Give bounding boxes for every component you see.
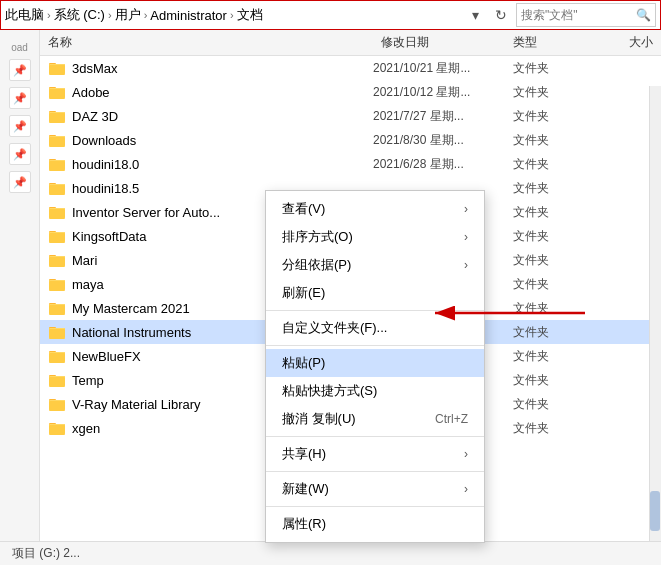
status-bar: 项目 (G:) 2... [0, 541, 661, 565]
sidebar-pin-5[interactable]: 📌 [9, 171, 31, 193]
menu-item[interactable]: 查看(V)› [266, 195, 484, 223]
folder-icon [48, 396, 66, 412]
folder-icon [48, 108, 66, 124]
search-icon: 🔍 [636, 8, 651, 22]
col-size-header[interactable]: 大小 [593, 34, 653, 51]
table-row[interactable]: houdini18.02021/6/28 星期...文件夹 [40, 152, 661, 176]
file-area: 名称 修改日期 类型 大小 3dsMax2021/10/21 星期...文件夹 … [40, 30, 661, 565]
svg-rect-47 [49, 329, 65, 338]
submenu-arrow-icon: › [464, 230, 468, 244]
col-date-header[interactable]: 修改日期 [373, 34, 513, 51]
menu-item[interactable]: 撤消 复制(U)Ctrl+Z [266, 405, 484, 433]
folder-icon [48, 324, 66, 340]
menu-item-label: 查看(V) [282, 200, 464, 218]
file-type: 文件夹 [513, 156, 593, 173]
breadcrumb: 此电脑 › 系统 (C:) › 用户 › Administrator › 文档 [5, 6, 460, 24]
search-input[interactable] [521, 8, 632, 22]
menu-item[interactable]: 分组依据(P)› [266, 251, 484, 279]
breadcrumb-item-2[interactable]: 用户 [115, 6, 141, 24]
breadcrumb-sep-2: › [144, 9, 148, 21]
breadcrumb-item-1[interactable]: 系统 (C:) [54, 6, 105, 24]
menu-item[interactable]: 属性(R) [266, 510, 484, 538]
menu-item-label: 分组依据(P) [282, 256, 464, 274]
breadcrumb-item-0[interactable]: 此电脑 [5, 6, 44, 24]
col-name-header[interactable]: 名称 [48, 34, 373, 51]
menu-item-label: 排序方式(O) [282, 228, 464, 246]
file-type: 文件夹 [513, 348, 593, 365]
file-type: 文件夹 [513, 324, 593, 341]
search-box[interactable]: 🔍 [516, 3, 656, 27]
menu-item[interactable]: 新建(W)› [266, 475, 484, 503]
file-type: 文件夹 [513, 108, 593, 125]
menu-item[interactable]: 刷新(E) [266, 279, 484, 307]
svg-rect-31 [49, 233, 65, 242]
menu-item-label: 新建(W) [282, 480, 464, 498]
folder-icon [48, 228, 66, 244]
menu-divider [266, 345, 484, 346]
svg-rect-39 [49, 281, 65, 290]
menu-item-label: 属性(R) [282, 515, 468, 533]
menu-item[interactable]: 排序方式(O)› [266, 223, 484, 251]
file-type: 文件夹 [513, 276, 593, 293]
menu-item[interactable]: 共享(H)› [266, 440, 484, 468]
breadcrumb-item-3[interactable]: Administrator [150, 8, 227, 23]
folder-icon [48, 156, 66, 172]
svg-rect-27 [49, 209, 65, 218]
file-date: 2021/7/27 星期... [373, 108, 513, 125]
menu-item-label: 刷新(E) [282, 284, 468, 302]
file-type: 文件夹 [513, 132, 593, 149]
sidebar-pin-1[interactable]: 📌 [9, 59, 31, 81]
refresh-button[interactable]: ↻ [490, 4, 512, 26]
menu-item[interactable]: 粘贴快捷方式(S) [266, 377, 484, 405]
menu-item[interactable]: 自定义文件夹(F)... [266, 314, 484, 342]
file-type: 文件夹 [513, 252, 593, 269]
menu-divider [266, 436, 484, 437]
file-type: 文件夹 [513, 204, 593, 221]
scrollbar-thumb[interactable] [650, 491, 660, 531]
file-type: 文件夹 [513, 372, 593, 389]
file-name: 3dsMax [72, 61, 373, 76]
file-name: Adobe [72, 85, 373, 100]
table-row[interactable]: Adobe2021/10/12 星期...文件夹 [40, 80, 661, 104]
folder-icon [48, 300, 66, 316]
menu-item[interactable]: 粘贴(P) [266, 349, 484, 377]
file-type: 文件夹 [513, 420, 593, 437]
submenu-arrow-icon: › [464, 482, 468, 496]
scrollbar-track[interactable] [649, 86, 661, 541]
svg-rect-63 [49, 425, 65, 434]
sidebar: oad 📌 📌 📌 📌 📌 [0, 30, 40, 565]
dropdown-button[interactable]: ▾ [464, 4, 486, 26]
file-name: houdini18.0 [72, 157, 373, 172]
folder-icon [48, 204, 66, 220]
svg-rect-35 [49, 257, 65, 266]
sidebar-pin-3[interactable]: 📌 [9, 115, 31, 137]
col-type-header[interactable]: 类型 [513, 34, 593, 51]
svg-rect-55 [49, 377, 65, 386]
file-type: 文件夹 [513, 228, 593, 245]
file-name: Downloads [72, 133, 373, 148]
folder-icon [48, 60, 66, 76]
menu-item-label: 共享(H) [282, 445, 464, 463]
column-headers: 名称 修改日期 类型 大小 [40, 30, 661, 56]
table-row[interactable]: 3dsMax2021/10/21 星期...文件夹 [40, 56, 661, 80]
table-row[interactable]: DAZ 3D2021/7/27 星期...文件夹 [40, 104, 661, 128]
file-date: 2021/8/30 星期... [373, 132, 513, 149]
file-name: DAZ 3D [72, 109, 373, 124]
file-type: 文件夹 [513, 396, 593, 413]
file-type: 文件夹 [513, 60, 593, 77]
submenu-arrow-icon: › [464, 447, 468, 461]
svg-rect-51 [49, 353, 65, 362]
svg-rect-11 [49, 113, 65, 122]
address-bar: 此电脑 › 系统 (C:) › 用户 › Administrator › 文档 … [0, 0, 661, 30]
address-actions: ▾ ↻ [464, 4, 512, 26]
folder-icon [48, 84, 66, 100]
main-area: oad 📌 📌 📌 📌 📌 名称 修改日期 类型 大小 3dsMax2021/1… [0, 30, 661, 565]
context-menu: 查看(V)›排序方式(O)›分组依据(P)›刷新(E)自定义文件夹(F)...粘… [265, 190, 485, 543]
breadcrumb-item-4[interactable]: 文档 [237, 6, 263, 24]
folder-icon [48, 276, 66, 292]
sidebar-pin-2[interactable]: 📌 [9, 87, 31, 109]
table-row[interactable]: Downloads2021/8/30 星期...文件夹 [40, 128, 661, 152]
menu-item-shortcut: Ctrl+Z [435, 412, 468, 426]
sidebar-pin-4[interactable]: 📌 [9, 143, 31, 165]
folder-icon [48, 252, 66, 268]
